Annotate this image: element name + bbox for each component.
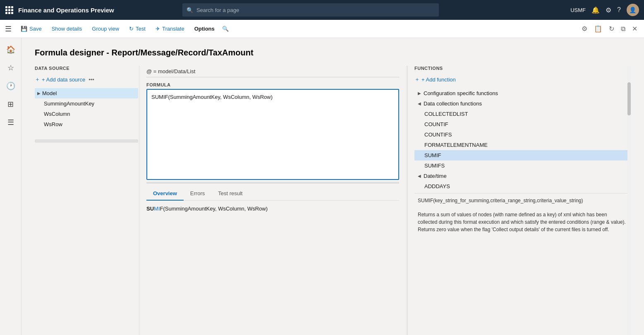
func-item-adddays[interactable]: ADDDAYS — [414, 181, 631, 191]
func-signature: SUMIF(key_string_for_summing,criteria_ra… — [414, 193, 631, 208]
chevron-down-datacollection-icon: ◀ — [418, 101, 421, 106]
tree-item-summingamountkey[interactable]: SummingAmountKey — [35, 98, 138, 109]
panel-divider-1 — [138, 66, 140, 335]
tree-item-model[interactable]: ▶ Model — [35, 88, 138, 98]
tabs: Overview Errors Test result — [146, 187, 399, 201]
formula-editor[interactable]: SUMIF(SummingAmountKey, WsColumn, WsRow) — [146, 89, 399, 180]
save-icon: 💾 — [21, 26, 27, 32]
hamburger-icon[interactable]: ☰ — [5, 24, 12, 34]
func-item-sumif[interactable]: SUMIF — [414, 150, 631, 160]
func-item-datetime[interactable]: ◀ Date/time — [414, 171, 631, 181]
app-title: Finance and Operations Preview — [18, 7, 114, 14]
page-title: Formula designer - Report/Message/Record… — [35, 48, 631, 57]
func-description: Returns a sum of values of nodes (with n… — [414, 208, 631, 237]
add-datasource-icon: ＋ — [35, 76, 40, 83]
translate-button[interactable]: ✈ Translate — [151, 23, 189, 34]
more-options-icon[interactable]: ••• — [89, 77, 94, 83]
formula-panel: @ = model/Data/List FORMULA SUMIF(Summin… — [140, 66, 406, 335]
chevron-right-config-icon: ▶ — [418, 91, 421, 96]
func-item-countifs[interactable]: COUNTIFS — [414, 129, 631, 140]
group-view-button[interactable]: Group view — [88, 23, 123, 34]
overview-text-mi: MI — [154, 206, 160, 212]
datasource-panel: DATA SOURCE ＋ + Add data source ••• ▶ Mo… — [35, 66, 138, 335]
top-nav-right: USMF 🔔 ⚙ ? 👤 — [570, 4, 639, 16]
panels: DATA SOURCE ＋ + Add data source ••• ▶ Mo… — [35, 66, 631, 335]
main-layout: 🏠 ☆ 🕐 ⊞ ☰ Formula designer - Report/Mess… — [0, 38, 644, 335]
add-function-button[interactable]: ＋ + Add function — [414, 74, 631, 85]
scrollbar-track[interactable] — [627, 66, 631, 335]
chevron-down-datetime-icon: ◀ — [418, 174, 421, 178]
search-cmd-icon[interactable]: 🔍 — [222, 26, 229, 32]
translate-icon: ✈ — [156, 26, 160, 32]
popout-icon[interactable]: ⧉ — [619, 24, 627, 34]
show-details-button[interactable]: Show details — [48, 23, 86, 34]
tree-item-wscolumn[interactable]: WsColumn — [35, 109, 138, 119]
func-item-sumifs[interactable]: SUMIFS — [414, 160, 631, 171]
tree-item-wsrow[interactable]: WsRow — [35, 119, 138, 129]
personalize-icon[interactable]: ⚙ — [580, 23, 589, 34]
grid-icon — [5, 6, 13, 14]
horizontal-scrollbar[interactable] — [35, 139, 138, 143]
search-icon: 🔍 — [187, 7, 193, 13]
overview-text-rest: F(SummingAmountKey, WsColumn, WsRow) — [160, 206, 268, 212]
app-grid-button[interactable] — [5, 6, 13, 14]
company-label[interactable]: USMF — [570, 7, 586, 13]
copy-icon[interactable]: 📋 — [592, 23, 604, 34]
tab-overview[interactable]: Overview — [146, 187, 184, 201]
func-item-config[interactable]: ▶ Configuration specific functions — [414, 88, 631, 98]
refresh-icon[interactable]: ↻ — [607, 23, 616, 34]
overview-text-su: SU — [146, 206, 154, 212]
func-item-datacollection[interactable]: ◀ Data collection functions — [414, 98, 631, 109]
func-item-formatelementname[interactable]: FORMATELEMENTNAME — [414, 140, 631, 150]
left-sidebar: 🏠 ☆ 🕐 ⊞ ☰ — [0, 38, 22, 335]
settings-icon[interactable]: ⚙ — [606, 6, 611, 14]
func-item-countif[interactable]: COUNTIF — [414, 119, 631, 129]
add-function-icon: ＋ — [414, 76, 420, 83]
test-button[interactable]: ↻ Test — [125, 23, 150, 34]
functions-panel: FUNCTIONS ＋ + Add function ▶ Configurati… — [407, 66, 631, 335]
sidebar-list-icon[interactable]: ☰ — [2, 114, 19, 131]
sidebar-workspace-icon[interactable]: ⊞ — [2, 96, 19, 112]
chevron-right-icon: ▶ — [37, 91, 41, 96]
top-navigation: Finance and Operations Preview 🔍 USMF 🔔 … — [0, 0, 644, 20]
formula-label: FORMULA — [146, 82, 399, 87]
overview-content: SUMIF(SummingAmountKey, WsColumn, WsRow) — [146, 201, 399, 217]
datasource-label: DATA SOURCE — [35, 66, 138, 71]
global-search[interactable]: 🔍 — [182, 3, 439, 17]
user-avatar[interactable]: 👤 — [627, 4, 639, 16]
functions-label: FUNCTIONS — [414, 66, 631, 71]
save-button[interactable]: 💾 Save — [17, 23, 46, 34]
tab-errors[interactable]: Errors — [184, 187, 211, 201]
notification-icon[interactable]: 🔔 — [591, 6, 600, 14]
cmd-right-icons: ⚙ 📋 ↻ ⧉ ✕ — [580, 23, 639, 34]
tab-test-result[interactable]: Test result — [211, 187, 249, 201]
help-icon[interactable]: ? — [617, 6, 621, 14]
func-item-collectedlist[interactable]: COLLECTEDLIST — [414, 109, 631, 119]
options-button[interactable]: Options — [190, 23, 219, 34]
sidebar-star-icon[interactable]: ☆ — [2, 60, 19, 76]
test-icon: ↻ — [129, 26, 134, 32]
formula-path: @ = model/Data/List — [146, 66, 399, 77]
sidebar-history-icon[interactable]: 🕐 — [2, 78, 19, 94]
content-area: Formula designer - Report/Message/Record… — [22, 38, 644, 335]
sidebar-home-icon[interactable]: 🏠 — [2, 41, 19, 58]
formula-resize-handle[interactable] — [146, 182, 399, 184]
scrollbar-thumb[interactable] — [627, 82, 631, 115]
command-bar: ☰ 💾 Save Show details Group view ↻ Test … — [0, 20, 644, 38]
add-datasource-button[interactable]: ＋ + Add data source ••• — [35, 74, 138, 85]
search-input[interactable] — [196, 7, 435, 13]
close-icon[interactable]: ✕ — [630, 23, 639, 34]
